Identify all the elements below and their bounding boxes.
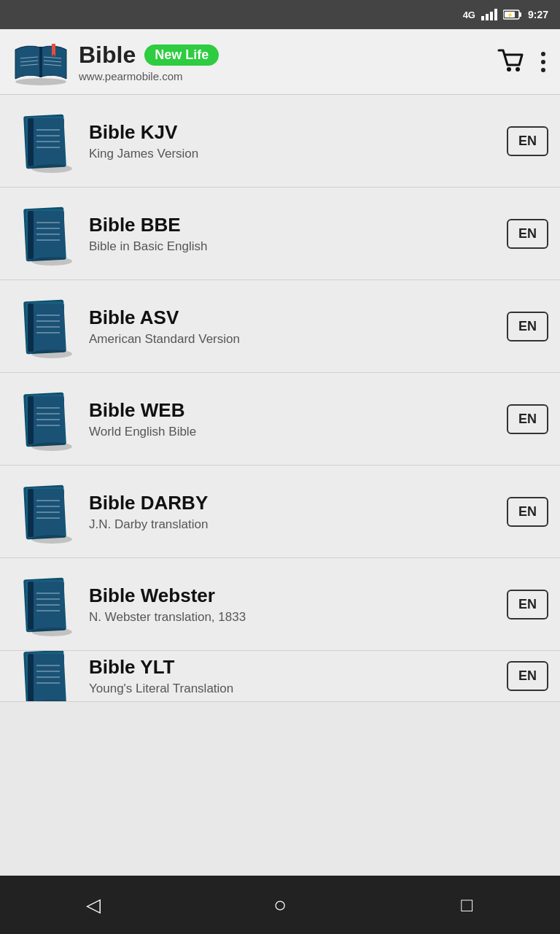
book-icon-web — [12, 386, 77, 452]
bible-desc-asv: American Standard Version — [89, 332, 498, 347]
lang-badge-darby[interactable]: EN — [507, 497, 548, 527]
svg-rect-2 — [490, 12, 493, 20]
svg-rect-31 — [28, 211, 34, 259]
bible-desc-ylt: Young's Literal Translation — [89, 682, 498, 696]
svg-text:⚡: ⚡ — [507, 12, 513, 18]
header-text: Bible New Life www.pearmobile.com — [79, 42, 496, 82]
svg-point-36 — [31, 257, 72, 266]
svg-rect-5 — [519, 12, 521, 17]
svg-rect-58 — [28, 489, 34, 537]
header-actions — [496, 46, 548, 78]
bible-name-ylt: Bible YLT — [89, 656, 498, 679]
lang-badge-webster[interactable]: EN — [507, 590, 548, 620]
bottom-nav — [0, 876, 560, 934]
lang-badge-asv[interactable]: EN — [507, 312, 548, 341]
bible-name-bbe: Bible BBE — [89, 214, 498, 236]
bible-desc-web: World English Bible — [89, 425, 498, 439]
bible-item-asv[interactable]: Bible ASVAmerican Standard VersionEN — [0, 280, 560, 373]
signal-icon — [481, 9, 497, 20]
svg-rect-22 — [28, 118, 34, 166]
home-button[interactable] — [258, 883, 302, 927]
dot2 — [541, 60, 545, 64]
svg-point-16 — [15, 78, 66, 85]
bible-desc-darby: J.N. Darby translation — [89, 517, 498, 532]
cart-icon — [496, 46, 525, 75]
svg-rect-49 — [28, 396, 34, 444]
book-icon-asv — [12, 293, 77, 359]
svg-point-63 — [31, 535, 72, 544]
lang-badge-kjv[interactable]: EN — [507, 126, 548, 156]
svg-point-27 — [31, 164, 72, 173]
book-icon-kjv — [12, 108, 77, 174]
book-icon-bbe — [12, 201, 77, 266]
cart-button[interactable] — [496, 46, 525, 78]
svg-rect-76 — [28, 654, 34, 702]
bible-info-web: Bible WEBWorld English Bible — [89, 399, 498, 439]
bible-info-bbe: Bible BBEBible in Basic English — [89, 214, 498, 254]
bible-info-darby: Bible DARBYJ.N. Darby translation — [89, 492, 498, 532]
book-icon-darby — [12, 479, 77, 544]
battery-icon: ⚡ — [503, 9, 522, 20]
lang-badge-bbe[interactable]: EN — [507, 219, 548, 249]
back-button[interactable] — [71, 883, 115, 927]
bible-name-darby: Bible DARBY — [89, 492, 498, 514]
svg-point-17 — [507, 67, 511, 72]
lang-badge-ylt[interactable]: EN — [507, 661, 548, 691]
book-icon-webster — [12, 571, 77, 637]
bible-item-darby[interactable]: Bible DARBYJ.N. Darby translationEN — [0, 466, 560, 558]
svg-rect-3 — [494, 9, 497, 20]
header-subtitle: www.pearmobile.com — [79, 70, 496, 82]
more-options-button[interactable] — [538, 49, 548, 75]
bible-item-webster[interactable]: Bible WebsterN. Webster translation, 183… — [0, 558, 560, 651]
new-life-badge: New Life — [144, 45, 219, 66]
bible-item-bbe[interactable]: Bible BBEBible in Basic EnglishEN — [0, 188, 560, 280]
bible-name-webster: Bible Webster — [89, 584, 498, 607]
svg-rect-1 — [486, 14, 489, 20]
lang-badge-web[interactable]: EN — [507, 404, 548, 434]
bible-name-web: Bible WEB — [89, 399, 498, 422]
bible-info-webster: Bible WebsterN. Webster translation, 183… — [89, 584, 498, 625]
svg-point-18 — [516, 67, 520, 72]
app-header: Bible New Life www.pearmobile.com — [0, 29, 560, 95]
svg-point-54 — [31, 442, 72, 451]
svg-rect-0 — [481, 16, 484, 20]
dot1 — [541, 52, 545, 56]
app-logo — [12, 36, 70, 88]
bible-name-kjv: Bible KJV — [89, 121, 498, 144]
svg-point-45 — [31, 350, 72, 358]
bible-info-ylt: Bible YLTYoung's Literal Translation — [89, 656, 498, 696]
dot3 — [541, 68, 545, 72]
svg-rect-67 — [28, 582, 34, 630]
bible-item-web[interactable]: Bible WEBWorld English BibleEN — [0, 373, 560, 466]
svg-point-72 — [31, 628, 72, 636]
recent-apps-button[interactable] — [445, 883, 489, 927]
bible-item-kjv[interactable]: Bible KJVKing James VersionEN — [0, 95, 560, 188]
bible-desc-kjv: King James Version — [89, 147, 498, 161]
bible-desc-webster: N. Webster translation, 1833 — [89, 610, 498, 625]
time-display: 9:27 — [528, 9, 548, 20]
svg-rect-40 — [28, 304, 34, 352]
signal-label: 4G — [463, 9, 475, 20]
svg-rect-8 — [39, 47, 42, 77]
bible-item-ylt[interactable]: Bible YLTYoung's Literal TranslationEN — [0, 651, 560, 702]
bible-name-asv: Bible ASV — [89, 306, 498, 329]
bible-list: Bible KJVKing James VersionEN Bible BBEB… — [0, 95, 560, 876]
bible-info-asv: Bible ASVAmerican Standard Version — [89, 306, 498, 347]
app-name: Bible — [79, 42, 136, 69]
bible-desc-bbe: Bible in Basic English — [89, 239, 498, 254]
book-icon-ylt — [12, 651, 77, 702]
bible-info-kjv: Bible KJVKing James Version — [89, 121, 498, 161]
status-bar: 4G ⚡ 9:27 — [0, 0, 560, 29]
